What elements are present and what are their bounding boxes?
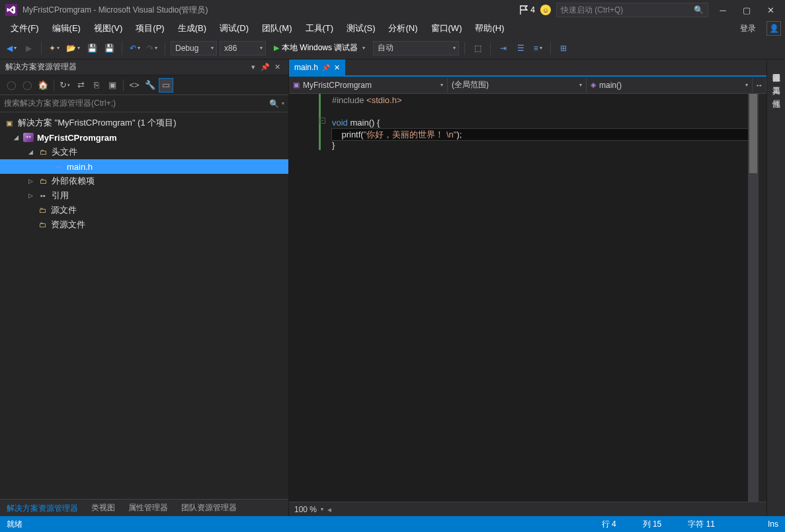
menu-tools[interactable]: 工具(T): [299, 20, 341, 36]
close-button[interactable]: ✕: [761, 3, 780, 17]
overview-map[interactable]: [759, 94, 766, 502]
fold-margin: -: [319, 94, 327, 502]
maximize-button[interactable]: ▢: [737, 3, 756, 17]
tool-btn-3[interactable]: ☰: [513, 41, 528, 56]
nav-split-icon[interactable]: ↔: [753, 78, 766, 93]
expand-icon[interactable]: ▷: [26, 192, 34, 199]
zoom-down-icon[interactable]: ▾: [321, 506, 323, 512]
undo-button[interactable]: ↶: [128, 41, 142, 56]
refresh-icon[interactable]: ↻: [58, 78, 72, 93]
refs-node[interactable]: ▷ ▪▪ 引用: [0, 188, 288, 203]
status-ready: 就绪: [7, 519, 22, 530]
tab-toolbox[interactable]: 工具箱: [768, 75, 784, 86]
code-text[interactable]: #include <stdio.h> void main() { printf(…: [327, 94, 748, 502]
platform-dropdown[interactable]: x86: [220, 41, 266, 56]
tab-class-view[interactable]: 类视图: [85, 500, 122, 516]
menubar: 文件(F) 编辑(E) 视图(V) 项目(P) 生成(B) 调试(D) 团队(M…: [0, 20, 785, 37]
panel-menu-icon[interactable]: ▾: [247, 63, 259, 71]
preview-toggle-icon[interactable]: ▭: [159, 78, 173, 93]
expand-icon[interactable]: ▷: [26, 178, 34, 184]
expand-icon[interactable]: ◢: [26, 149, 34, 155]
project-icon: ▣: [293, 81, 300, 89]
nav-project-dropdown[interactable]: ▣ MyFristCPromgram▾: [289, 78, 448, 93]
save-button[interactable]: 💾: [85, 41, 99, 56]
code-editor[interactable]: - #include <stdio.h> void main() { print…: [289, 94, 766, 502]
menu-debug[interactable]: 调试(D): [213, 20, 255, 36]
menu-view[interactable]: 视图(V): [87, 20, 129, 36]
sources-folder[interactable]: 🗀 源文件: [0, 203, 288, 217]
status-ins: Ins: [768, 519, 778, 529]
menu-team[interactable]: 团队(M): [255, 20, 299, 36]
back-icon[interactable]: ◯: [4, 78, 19, 93]
pin-icon[interactable]: 📌: [322, 64, 330, 71]
headers-folder[interactable]: ◢ 🗀 头文件: [0, 145, 288, 159]
expand-icon[interactable]: ◢: [12, 134, 20, 141]
hscroll-left-icon[interactable]: ◂: [327, 505, 331, 514]
minimize-button[interactable]: ─: [714, 3, 732, 17]
editor-footer: 100 % ▾ ◂: [289, 502, 766, 516]
tab-team-explorer[interactable]: 团队资源管理器: [175, 500, 243, 516]
external-folder[interactable]: ▷ 🗀 外部依赖项: [0, 174, 288, 188]
notifications-flag[interactable]: 4: [520, 5, 535, 15]
quick-launch-input[interactable]: 快速启动 (Ctrl+Q) 🔍: [556, 3, 708, 17]
tool-btn-2[interactable]: ⇥: [496, 41, 511, 56]
solution-explorer-panel: 解决方案资源管理器 ▾ 📌 ✕ ◯ ◯ 🏠 ↻ ⇄ ⎘ ▣ <> 🔧 ▭ 搜索解…: [0, 59, 289, 516]
project-node[interactable]: ◢ ⁺⁺ MyFristCPromgram: [0, 130, 288, 145]
nav-scope-dropdown[interactable]: (全局范围)▾: [448, 78, 587, 93]
copy-icon[interactable]: ⎘: [89, 78, 104, 93]
play-icon: ▶: [274, 44, 279, 52]
home-icon[interactable]: 🏠: [36, 78, 50, 93]
nav-function-dropdown[interactable]: ◈ main()▾: [587, 78, 753, 93]
properties-icon[interactable]: 🔧: [143, 78, 157, 93]
menu-analyze[interactable]: 分析(N): [382, 20, 424, 36]
tab-solution[interactable]: 解决方案资源管理器: [0, 500, 85, 516]
solution-node[interactable]: ▣ 解决方案 "MyFristCPromgram" (1 个项目): [0, 116, 288, 130]
menu-build[interactable]: 生成(B): [171, 20, 213, 36]
menu-file[interactable]: 文件(F): [4, 20, 46, 36]
vertical-scrollbar[interactable]: [748, 94, 759, 502]
fold-icon[interactable]: -: [319, 118, 325, 124]
gutter: [289, 94, 319, 502]
panel-search-input[interactable]: 搜索解决方案资源管理器(Ctrl+;) 🔍 ▾: [0, 95, 288, 112]
tab-property-manager[interactable]: 属性管理器: [122, 500, 175, 516]
zoom-level[interactable]: 100 %: [294, 505, 317, 514]
tool-btn-1[interactable]: ⬚: [470, 41, 485, 56]
sync-icon[interactable]: ⇄: [73, 78, 88, 93]
resources-folder[interactable]: 🗀 资源文件: [0, 217, 288, 232]
function-icon: ◈: [591, 81, 596, 89]
collapse-icon[interactable]: ▣: [105, 78, 120, 93]
folder-icon: 🗀: [38, 176, 48, 186]
window-title: MyFristCPromgram - Microsoft Visual Stud…: [22, 5, 208, 16]
menu-project[interactable]: 项目(P): [129, 20, 171, 36]
tab-properties[interactable]: 属性: [768, 89, 784, 99]
open-file-button[interactable]: 📂: [64, 41, 82, 56]
pin-icon[interactable]: 📌: [259, 63, 271, 71]
menu-test[interactable]: 测试(S): [340, 20, 382, 36]
folder-icon: 🗀: [37, 220, 48, 229]
nav-back-button[interactable]: ◀: [4, 41, 19, 56]
avatar-icon[interactable]: 👤: [766, 21, 781, 36]
fwd-icon[interactable]: ◯: [20, 78, 34, 93]
tool-btn-5[interactable]: ⊞: [556, 41, 571, 56]
login-button[interactable]: 登录: [733, 21, 763, 36]
tool-btn-4[interactable]: ≡: [530, 41, 545, 56]
tab-close-icon[interactable]: ✕: [334, 63, 340, 72]
editor-tab-main-h[interactable]: main.h 📌 ✕: [289, 59, 345, 75]
config-dropdown[interactable]: Debug: [171, 41, 217, 56]
menu-window[interactable]: 窗口(W): [425, 20, 469, 36]
nav-forward-button[interactable]: ▶: [21, 41, 36, 56]
menu-help[interactable]: 帮助(H): [468, 20, 511, 36]
start-debug-button[interactable]: ▶ 本地 Windows 调试器▾: [269, 41, 370, 56]
main-toolbar: ◀ ▶ ✦ 📂 💾 💾 ↶ ↷ Debug x86 ▶ 本地 Windows 调…: [0, 37, 785, 59]
main-h-file[interactable]: ▫▫ main.h: [0, 159, 288, 174]
menu-edit[interactable]: 编辑(E): [46, 20, 87, 36]
new-project-button[interactable]: ✦: [47, 41, 62, 56]
auto-dropdown[interactable]: 自动: [373, 41, 459, 56]
redo-button[interactable]: ↷: [145, 41, 159, 56]
flag-icon: [520, 5, 528, 15]
code-icon[interactable]: <>: [127, 78, 142, 93]
panel-close-icon[interactable]: ✕: [271, 63, 283, 71]
feedback-icon[interactable]: ☺: [540, 5, 551, 15]
tab-server-explorer[interactable]: 服务器资源管理器: [768, 62, 784, 73]
save-all-button[interactable]: 💾: [102, 41, 116, 56]
